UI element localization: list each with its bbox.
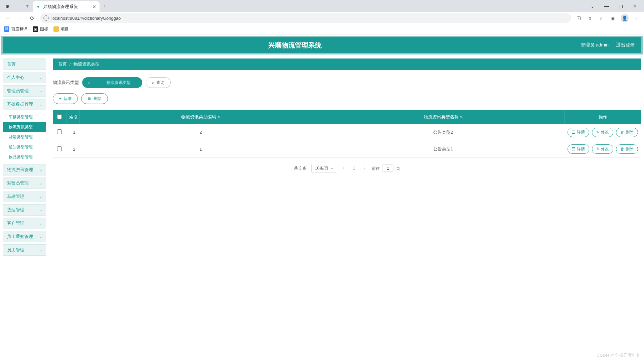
logout-link[interactable]: 退出登录 xyxy=(616,42,635,48)
goto-page-input[interactable] xyxy=(382,164,393,172)
current-page[interactable]: 1 xyxy=(351,166,357,170)
window-close-icon[interactable]: ✕ xyxy=(628,1,641,11)
window-maximize-icon[interactable]: ▢ xyxy=(614,1,627,11)
edit-label: 修改 xyxy=(601,146,609,152)
close-icon[interactable]: ✕ xyxy=(92,4,96,9)
app-title: 兴顺物流管理系统 xyxy=(9,41,581,50)
tab-title: 兴顺物流管理系统 xyxy=(43,4,78,10)
row-actions: ☰详情 ✎修改 🗑删除 xyxy=(565,144,641,154)
profile-avatar[interactable]: 👤 xyxy=(621,14,629,22)
filter-label: 物流资讯类型 xyxy=(53,80,79,86)
col-code[interactable]: 物流资讯类型编码⇅ xyxy=(79,110,322,124)
sidebar-item-admin[interactable]: 管理员管理 xyxy=(3,85,46,97)
tab-app-icon[interactable]: ▭ xyxy=(13,1,22,11)
back-button[interactable]: ← xyxy=(4,14,12,22)
forward-button[interactable]: → xyxy=(16,14,24,22)
detail-button[interactable]: ☰详情 xyxy=(568,128,589,137)
sidebar-item-personal[interactable]: 个人中心 xyxy=(3,72,46,83)
bookmark-baidu-translate[interactable]: 译 百度翻译 xyxy=(4,26,27,32)
sidebar-item-label: 员工通知管理 xyxy=(7,234,33,240)
row-delete-button[interactable]: 🗑删除 xyxy=(616,128,638,137)
breadcrumb-separator: / xyxy=(69,62,71,67)
sidebar-item-staff-notice[interactable]: 员工通知管理 xyxy=(3,231,46,242)
data-table: 索引 物流资讯类型编码⇅ 物流资讯类型名称⇅ 操作 1 2 公告类型2 ☰详情 xyxy=(53,110,641,158)
trash-icon: 🗑 xyxy=(620,130,624,135)
cell-index: 2 xyxy=(66,141,79,157)
sidebar-item-vehicle[interactable]: 车辆管理 xyxy=(3,191,46,202)
sidebar-item-label: 个人中心 xyxy=(7,75,24,81)
detail-button[interactable]: ☰详情 xyxy=(568,144,589,154)
sidebar-item-staff[interactable]: 员工管理 xyxy=(3,244,46,256)
sub-item-logistics-news-type[interactable]: 物流资讯类型 xyxy=(3,122,46,132)
app-header: 兴顺物流管理系统 管理员 admin 退出登录 xyxy=(1,36,643,54)
filter-input[interactable] xyxy=(94,80,144,85)
tab-bar: ◉ ▭ ▼ ▼ 兴顺物流管理系统 ✕ + ⌄ ― ▢ ✕ xyxy=(0,0,644,12)
site-info-icon[interactable]: i xyxy=(43,15,49,21)
col-checkbox xyxy=(53,110,66,124)
current-user-label[interactable]: 管理员 admin xyxy=(581,42,609,48)
sidebar: 首页 个人中心 管理员管理 基础数据管理 车辆类型管理 物流资讯类型 货运类型管… xyxy=(3,58,46,256)
query-button[interactable]: ⌕ 查询 xyxy=(146,77,171,88)
browser-tab-active[interactable]: ▼ 兴顺物流管理系统 ✕ xyxy=(33,1,100,12)
delete-button[interactable]: 🗑 删除 xyxy=(81,93,108,104)
sidebar-item-customer[interactable]: 客户管理 xyxy=(3,218,46,229)
menu-icon[interactable]: ⋮ xyxy=(633,15,640,21)
reload-button[interactable]: ⟳ xyxy=(28,14,36,22)
breadcrumb-home[interactable]: 首页 xyxy=(58,61,67,67)
sub-item-goods-type[interactable]: 物品类型管理 xyxy=(3,152,46,162)
sidebar-home[interactable]: 首页 xyxy=(3,58,46,70)
edit-button[interactable]: ✎修改 xyxy=(592,144,613,154)
col-name-label: 物流资讯类型名称 xyxy=(424,114,459,119)
detail-label: 详情 xyxy=(577,129,585,135)
tab-vue-icon[interactable]: ▼ xyxy=(23,1,32,11)
cell-name: 公告类型1 xyxy=(322,141,565,157)
vue-icon: ▼ xyxy=(36,4,40,9)
col-index: 索引 xyxy=(66,110,79,124)
row-checkbox[interactable] xyxy=(57,129,62,134)
edit-icon: ✎ xyxy=(596,147,600,151)
icon-icon: ▣ xyxy=(33,26,38,32)
header-right: 管理员 admin 退出登录 xyxy=(581,42,635,48)
trash-icon: 🗑 xyxy=(88,96,92,101)
share-icon[interactable]: ⇪ xyxy=(587,15,593,21)
window-dropdown-icon[interactable]: ⌄ xyxy=(586,1,599,11)
edit-icon: ✎ xyxy=(596,130,600,135)
bookmark-label: 百度翻译 xyxy=(11,26,27,32)
window-minimize-icon[interactable]: ― xyxy=(600,1,613,11)
bookmark-icons[interactable]: ▣ 图标 xyxy=(33,26,48,32)
sub-item-notice-type[interactable]: 通知类型管理 xyxy=(3,142,46,152)
query-button-label: 查询 xyxy=(156,80,164,86)
window-controls: ⌄ ― ▢ ✕ xyxy=(586,1,644,11)
edit-button[interactable]: ✎修改 xyxy=(592,128,613,137)
cell-name: 公告类型2 xyxy=(322,124,565,141)
add-button-label: 新增 xyxy=(63,96,71,102)
select-all-checkbox[interactable] xyxy=(57,114,62,119)
sub-item-freight-type[interactable]: 货运类型管理 xyxy=(3,132,46,142)
sidebar-item-logistics-news[interactable]: 物流资讯管理 xyxy=(3,164,46,175)
sidebar-item-freight[interactable]: 货运管理 xyxy=(3,204,46,216)
col-name[interactable]: 物流资讯类型名称⇅ xyxy=(322,110,565,124)
bookmark-project[interactable]: 项目 xyxy=(53,26,69,32)
row-checkbox[interactable] xyxy=(57,146,62,151)
bookmark-star-icon[interactable]: ☆ xyxy=(598,15,605,21)
table-header-row: 索引 物流资讯类型编码⇅ 物流资讯类型名称⇅ 操作 xyxy=(53,110,641,124)
cell-code: 2 xyxy=(79,124,322,141)
key-icon[interactable]: ⚿ xyxy=(575,15,582,21)
sidebar-item-basedata[interactable]: 基础数据管理 xyxy=(3,99,46,110)
add-tab-button[interactable]: + xyxy=(100,1,110,11)
address-bar: ← → ⟳ i localhost:8081/#/dictionaryGongg… xyxy=(0,12,644,24)
url-input[interactable]: i localhost:8081/#/dictionaryGonggao xyxy=(40,13,571,23)
sort-icon: ⇅ xyxy=(217,115,220,119)
sub-item-vehicle-type[interactable]: 车辆类型管理 xyxy=(3,112,46,122)
prev-page-button[interactable]: ‹ xyxy=(341,166,346,170)
goto-prefix: 前往 xyxy=(372,166,380,171)
del-label: 删除 xyxy=(626,129,634,135)
bookmark-label: 图标 xyxy=(40,26,48,32)
tab-globe-icon[interactable]: ◉ xyxy=(3,1,12,11)
add-button[interactable]: + 新增 xyxy=(53,93,78,104)
sidebar-item-driver[interactable]: 驾驶员管理 xyxy=(3,177,46,189)
next-page-button[interactable]: › xyxy=(362,166,367,170)
row-delete-button[interactable]: 🗑删除 xyxy=(616,144,638,154)
page-size-select[interactable]: 10条/页 xyxy=(311,164,336,173)
extensions-icon[interactable]: ▣ xyxy=(609,15,616,21)
